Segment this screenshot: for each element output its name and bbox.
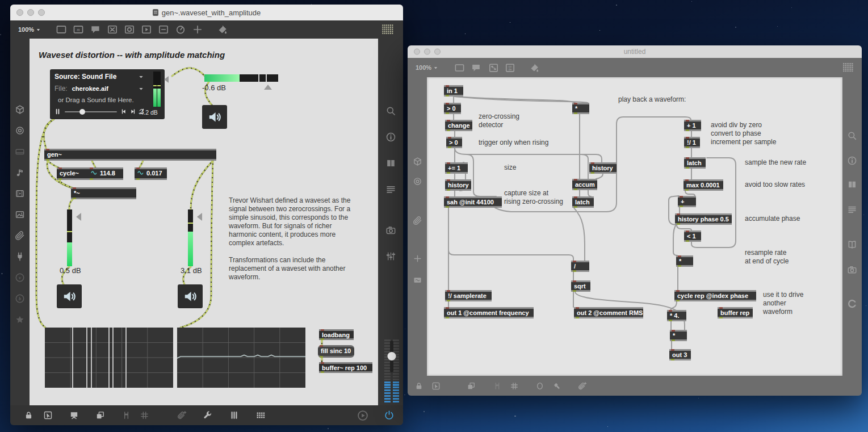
- cursor-icon[interactable]: [431, 381, 441, 391]
- power-icon[interactable]: [384, 410, 395, 421]
- object-box-latch[interactable]: latch: [684, 157, 706, 169]
- object-box-icon[interactable]: [56, 24, 67, 35]
- next-icon[interactable]: [129, 108, 136, 115]
- speaker-button-left[interactable]: [57, 284, 82, 308]
- object-box--1[interactable]: + 1: [684, 120, 701, 131]
- lock-icon[interactable]: [24, 410, 33, 420]
- minimize-button[interactable]: [27, 9, 34, 16]
- gain-handle[interactable]: [264, 81, 272, 90]
- previous-icon[interactable]: [120, 108, 128, 115]
- search-icon[interactable]: [385, 106, 396, 116]
- align-icon[interactable]: [121, 410, 131, 420]
- camera-icon[interactable]: [385, 225, 396, 236]
- object-box-cycle-[interactable]: cycle~: [57, 167, 92, 180]
- pause-icon[interactable]: [54, 108, 61, 115]
- cube-icon[interactable]: [15, 104, 25, 115]
- object-box-sqrt[interactable]: sqrt: [571, 280, 590, 292]
- gen-box-icon[interactable]: [413, 275, 422, 285]
- object-box-0-017[interactable]: 0.017: [135, 167, 167, 180]
- speaker-button-right[interactable]: [178, 284, 203, 308]
- keyboard-icon[interactable]: [15, 146, 25, 157]
- slider-handle[interactable]: [193, 213, 202, 221]
- c-arrow-icon[interactable]: [847, 299, 857, 309]
- close-button[interactable]: [16, 9, 23, 16]
- panes-icon[interactable]: [847, 179, 857, 190]
- object-box--1[interactable]: !/ 1: [684, 137, 700, 148]
- code-icon[interactable]: code: [505, 62, 515, 73]
- object-box-in-1[interactable]: in 1: [444, 85, 463, 97]
- patcher-icon[interactable]: [488, 62, 499, 73]
- dial-icon[interactable]: [175, 24, 186, 35]
- object-box-114-8[interactable]: 114.8: [88, 167, 123, 180]
- output-gain-slider[interactable]: [204, 74, 278, 82]
- object-box--1[interactable]: += 1: [445, 162, 468, 174]
- object-box-sah-init-44100[interactable]: sah @init 44100: [444, 196, 502, 208]
- paperclip-icon[interactable]: [413, 216, 422, 225]
- toggle-icon[interactable]: [107, 24, 118, 35]
- list-icon[interactable]: [847, 204, 857, 215]
- scope-display-trace[interactable]: [177, 328, 305, 388]
- plus-icon[interactable]: [192, 24, 203, 35]
- cube-icon[interactable]: [413, 157, 422, 166]
- object-box-out-3[interactable]: out 3: [669, 349, 691, 360]
- object-box--4-[interactable]: * 4.: [667, 310, 686, 321]
- object-box-gen-[interactable]: gen~: [44, 149, 216, 161]
- hammer-icon[interactable]: [552, 381, 561, 391]
- comment-bubble-icon[interactable]: [90, 24, 101, 35]
- zoom-button[interactable]: [434, 49, 441, 55]
- clip-plus-icon[interactable]: [578, 381, 587, 391]
- comment-bubble-icon[interactable]: [471, 62, 481, 73]
- button-icon[interactable]: [124, 24, 135, 35]
- window-controls[interactable]: [16, 9, 45, 16]
- presentation-icon[interactable]: [69, 410, 79, 420]
- dots-grid-icon[interactable]: [381, 23, 394, 36]
- letter-b-icon[interactable]: b: [15, 293, 25, 304]
- window-controls[interactable]: [414, 49, 441, 55]
- playlist-file-value[interactable]: cherokee.aif: [72, 85, 108, 92]
- object-box--[interactable]: *: [572, 103, 589, 114]
- object-box--0[interactable]: > 0: [446, 137, 462, 148]
- zoom-button[interactable]: [38, 9, 45, 16]
- object-box-out-1-comment-frequency[interactable]: out 1 @comment frequency: [444, 307, 534, 318]
- wrench-icon[interactable]: [203, 410, 212, 420]
- object-box-history[interactable]: history: [445, 179, 471, 191]
- object-box-out-2-comment-rms[interactable]: out 2 @comment RMS: [574, 307, 643, 318]
- piano-icon[interactable]: [229, 410, 239, 420]
- paint-bucket-icon[interactable]: [529, 62, 540, 73]
- object-box-latch[interactable]: latch: [572, 196, 594, 208]
- gain-slider-right[interactable]: [188, 209, 193, 266]
- info-icon[interactable]: [847, 156, 857, 166]
- left-titlebar[interactable]: gen~.waveset_with_amplitude: [10, 5, 403, 20]
- filmstrip-icon[interactable]: [15, 188, 25, 199]
- play-circle-icon[interactable]: [357, 409, 369, 422]
- zoom-control[interactable]: 100%: [18, 26, 41, 33]
- paint-bucket-icon[interactable]: [217, 24, 228, 35]
- camera-icon[interactable]: [847, 265, 857, 275]
- grid-icon[interactable]: [510, 381, 519, 391]
- grid-icon[interactable]: [140, 410, 149, 420]
- scope-display-impulses[interactable]: [45, 328, 173, 388]
- close-button[interactable]: [414, 49, 420, 55]
- minimize-button[interactable]: [424, 49, 430, 55]
- circle-icon[interactable]: [535, 381, 544, 391]
- faders-icon[interactable]: [385, 251, 396, 262]
- object-box-history-phase-0-5[interactable]: history phase 0.5: [675, 213, 732, 225]
- lock-icon[interactable]: [414, 381, 423, 391]
- zoom-control[interactable]: 100%: [416, 64, 438, 71]
- object-box-max-0-0001[interactable]: max 0.0001: [684, 179, 723, 191]
- list-icon[interactable]: [385, 184, 396, 195]
- chevron-down-icon[interactable]: [138, 74, 144, 80]
- object-box-icon[interactable]: [454, 62, 465, 73]
- cursor-icon[interactable]: [43, 410, 53, 420]
- target-icon[interactable]: [413, 177, 422, 186]
- book-icon[interactable]: [847, 240, 857, 250]
- playback-knob[interactable]: [79, 109, 85, 115]
- master-volume-slider[interactable]: [384, 339, 400, 404]
- object-box-buffer-rep[interactable]: buffer rep: [718, 307, 753, 318]
- message-box-icon[interactable]: m: [73, 24, 84, 35]
- object-box-accum[interactable]: accum: [572, 179, 597, 190]
- message-box-fill-sinc-10[interactable]: fill sinc 10: [318, 345, 354, 358]
- plug-icon[interactable]: [15, 251, 25, 262]
- object-box--[interactable]: +: [678, 196, 696, 207]
- playlist-source-label[interactable]: Source: Sound File: [54, 73, 116, 81]
